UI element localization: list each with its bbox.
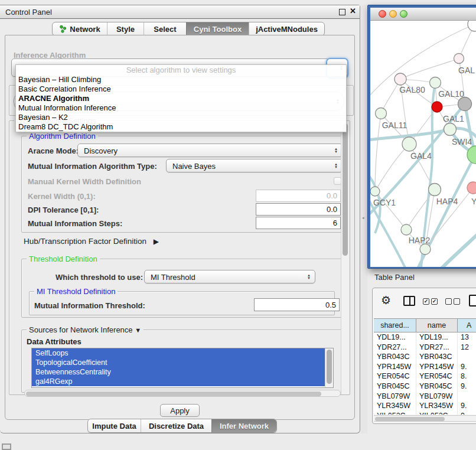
cell-value[interactable]: 9. <box>458 411 476 415</box>
node-gal11[interactable] <box>376 108 387 119</box>
node-hap4[interactable] <box>429 184 441 196</box>
cell-name[interactable]: YPR145W <box>416 362 458 372</box>
cell-shared-name[interactable]: YLR345W <box>374 401 416 411</box>
cell-value[interactable]: 8. <box>458 371 476 381</box>
minimized-panel-icon[interactable] <box>2 444 11 450</box>
scrollbar-thumb[interactable] <box>375 417 445 421</box>
network-canvas[interactable]: GAL GAL80 GAL10 GAL1 GAL11 SWI4 GAL4 GCY… <box>370 21 476 267</box>
new-table-icon[interactable] <box>469 295 476 306</box>
aracne-mode-combo[interactable]: Discovery ▲▼ <box>77 144 343 157</box>
cell-value[interactable] <box>458 392 476 402</box>
node-gal7[interactable] <box>454 54 464 64</box>
table-row[interactable]: YBR045C YBR045C 9. <box>374 381 476 392</box>
table-row[interactable]: YDL19... YDL19... 13 <box>374 332 476 343</box>
cell-value[interactable] <box>458 352 476 362</box>
cell-name[interactable]: YIL052C <box>416 411 458 415</box>
table-row[interactable]: YDR27... YDR27... 12 <box>374 343 476 353</box>
attribute-item-selected[interactable]: gal4RGexp <box>32 377 333 386</box>
scrollbar-thumb[interactable] <box>343 123 348 256</box>
cell-shared-name[interactable]: YBL079W <box>374 392 416 402</box>
cell-name[interactable]: YER054C <box>416 371 458 381</box>
cell-shared-name[interactable]: YDR27... <box>374 343 416 353</box>
attribute-item-selected[interactable]: TopologicalCoefficient <box>32 358 333 367</box>
tab-cyni-toolbox[interactable]: Cyni Toolbox <box>186 22 249 35</box>
cell-shared-name[interactable]: YDL19... <box>374 332 416 343</box>
table-row[interactable]: YLR345W YLR345W 9. <box>374 401 476 411</box>
column-header-clipped[interactable]: A <box>458 319 476 332</box>
column-header-shared-name[interactable]: shared... <box>374 319 416 332</box>
tab-style[interactable]: Style <box>107 22 144 35</box>
minimize-window-button[interactable] <box>389 10 397 18</box>
node-left[interactable] <box>370 187 380 196</box>
tab-network[interactable]: Network <box>53 22 107 35</box>
node-gal1[interactable] <box>432 102 442 112</box>
apply-button[interactable]: Apply <box>160 404 200 417</box>
float-window-icon[interactable] <box>339 9 345 15</box>
list-horizontal-scrollbar[interactable] <box>24 390 341 397</box>
column-header-name[interactable]: name <box>416 319 458 332</box>
which-threshold-combo[interactable]: MI Threshold ▲▼ <box>144 270 315 283</box>
table-row[interactable]: YIL052C YIL052C 9. <box>374 411 476 415</box>
close-window-button[interactable] <box>379 10 386 18</box>
tab-jactivemnodules[interactable]: jActiveMNodules <box>249 22 324 35</box>
cell-name[interactable]: YBL079W <box>416 392 458 402</box>
node-y[interactable] <box>467 182 476 194</box>
kernel-width-field[interactable] <box>256 190 341 202</box>
table-row[interactable]: YPR145W YPR145W 9. <box>374 362 476 372</box>
node-gal10[interactable] <box>430 77 441 89</box>
tab-impute-data[interactable]: Impute Data <box>88 419 141 432</box>
cell-value[interactable]: 9. <box>458 362 476 372</box>
network-window-titlebar[interactable] <box>370 8 476 21</box>
list-vertical-scrollbar[interactable] <box>325 348 333 387</box>
table-body[interactable]: YDL19... YDL19... 13 YDR27... YDR27... 1… <box>374 332 476 415</box>
node-gal4[interactable] <box>402 137 416 151</box>
cell-value[interactable]: 12 <box>458 343 476 353</box>
tab-infer-network[interactable]: Infer Network <box>211 419 276 432</box>
cell-name[interactable]: YBR045C <box>416 381 458 392</box>
gear-icon[interactable]: ⚙ <box>381 294 391 307</box>
mi-steps-field[interactable] <box>256 217 341 229</box>
cell-shared-name[interactable]: YIL052C <box>374 411 416 415</box>
cell-shared-name[interactable]: YBR045C <box>374 381 416 392</box>
table-horizontal-scrollbar[interactable] <box>374 415 476 422</box>
cell-shared-name[interactable]: YER054C <box>374 371 416 381</box>
zoom-window-button[interactable] <box>400 10 407 18</box>
scrollbar-thumb[interactable] <box>327 350 332 384</box>
tab-discretize-data[interactable]: Discretize Data <box>141 419 211 432</box>
cell-value[interactable]: 9. <box>458 381 476 392</box>
node-bottom[interactable] <box>420 244 431 255</box>
mi-algorithm-type-combo[interactable]: Naive Bayes ▲▼ <box>166 159 343 172</box>
settings-vertical-scrollbar[interactable] <box>341 122 349 394</box>
cell-name[interactable]: YLR345W <box>416 401 458 411</box>
select-all-checkbox-icon[interactable]: ✓ <box>423 298 429 305</box>
popup-item[interactable]: Bayesian – Hill Climbing <box>16 75 346 84</box>
node-hap2[interactable] <box>401 224 412 235</box>
cell-value[interactable]: 9. <box>458 401 476 411</box>
node-gray[interactable] <box>458 97 472 111</box>
dpi-tolerance-field[interactable] <box>256 203 341 216</box>
cell-name[interactable]: YBR043C <box>416 352 458 362</box>
cell-name[interactable]: YDL19... <box>416 332 458 343</box>
divider-collapse-icon[interactable]: ◂ <box>362 216 364 220</box>
attribute-item-selected[interactable]: SelfLoops <box>32 348 333 358</box>
table-row[interactable]: YER054C YER054C 8. <box>374 371 476 381</box>
scrollbar-thumb[interactable] <box>26 392 321 396</box>
popup-item[interactable]: Mutual Information Inference <box>16 103 346 113</box>
table-row[interactable]: YBL079W YBL079W <box>374 392 476 402</box>
tab-select[interactable]: Select <box>144 22 186 35</box>
select-all-checkbox-icon[interactable]: ✓ <box>431 298 438 305</box>
table-row[interactable]: YBR043C YBR043C <box>374 352 476 362</box>
node-unlabeled[interactable] <box>468 21 476 31</box>
cell-value[interactable]: 13 <box>458 332 476 343</box>
deselect-all-checkbox-icon[interactable] <box>445 298 452 305</box>
show-columns-icon[interactable] <box>403 296 415 306</box>
node-swi4[interactable] <box>444 123 457 136</box>
popup-item[interactable]: Basic Correlation Inference <box>16 84 346 94</box>
cell-shared-name[interactable]: YPR145W <box>374 362 416 372</box>
popup-item-selected[interactable]: ARACNE Algorithm <box>16 94 346 103</box>
close-panel-icon[interactable]: ✕ <box>350 6 356 15</box>
attribute-item-selected[interactable]: BetweennessCentrality <box>32 367 333 377</box>
hub-definition-toggle[interactable]: Hub/Transcription Factor Definition ▶ <box>24 237 159 246</box>
popup-item[interactable]: Dream8 DC_TDC Algorithm <box>16 122 346 132</box>
data-attributes-list[interactable]: SelfLoops TopologicalCoefficient Between… <box>31 348 334 388</box>
